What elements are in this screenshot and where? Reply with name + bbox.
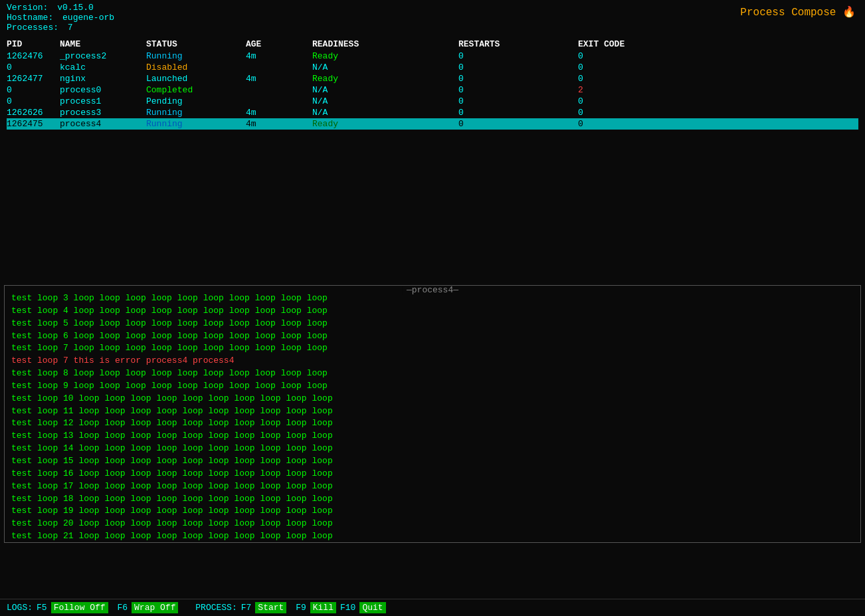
cell-name: process4 bbox=[60, 119, 146, 129]
table-row[interactable]: 0 process1 Pending N/A 0 0 bbox=[7, 96, 858, 107]
log-line: test loop 16 loop loop loop loop loop lo… bbox=[11, 468, 854, 480]
cell-name: process1 bbox=[60, 96, 146, 106]
cell-status: Running bbox=[146, 108, 246, 118]
cell-pid: 1262476 bbox=[7, 51, 60, 61]
table-row[interactable]: 0 kcalc Disabled N/A 0 0 bbox=[7, 62, 858, 73]
cell-age: 4m bbox=[246, 74, 312, 84]
cell-pid: 1262477 bbox=[7, 74, 60, 84]
log-line: test loop 7 loop loop loop loop loop loo… bbox=[11, 342, 854, 355]
hostname-line: Hostname: eugene-orb bbox=[7, 13, 858, 23]
cell-restarts: 0 bbox=[458, 85, 578, 95]
cell-name: nginx bbox=[60, 74, 146, 84]
f10-key: F10 bbox=[337, 602, 358, 613]
cell-exitcode: 0 bbox=[578, 51, 684, 61]
table-row[interactable]: 1262475 process4 Running 4m Ready 0 0 bbox=[7, 118, 858, 130]
table-header: PID NAME STATUS AGE READINESS RESTARTS E… bbox=[7, 38, 858, 51]
processes-label: Processes: bbox=[7, 23, 58, 33]
cell-exitcode: 0 bbox=[578, 74, 684, 84]
log-line: test loop 20 loop loop loop loop loop lo… bbox=[11, 518, 854, 530]
f5-key: F5 bbox=[34, 602, 50, 613]
cell-pid: 0 bbox=[7, 62, 60, 72]
cell-readiness: Ready bbox=[312, 119, 458, 129]
log-line: test loop 8 loop loop loop loop loop loo… bbox=[11, 367, 854, 380]
cell-exitcode: 2 bbox=[578, 85, 684, 95]
f10-label[interactable]: Quit bbox=[359, 602, 385, 613]
cell-restarts: 0 bbox=[458, 96, 578, 106]
cell-restarts: 0 bbox=[458, 62, 578, 72]
table-row[interactable]: 1262476 _process2 Running 4m Ready 0 0 bbox=[7, 51, 858, 62]
log-line: test loop 6 loop loop loop loop loop loo… bbox=[11, 330, 854, 343]
cell-status: Running bbox=[146, 51, 246, 61]
process-table: PID NAME STATUS AGE READINESS RESTARTS E… bbox=[0, 38, 865, 130]
cell-exitcode: 0 bbox=[578, 62, 684, 72]
cell-restarts: 0 bbox=[458, 51, 578, 61]
cell-pid: 0 bbox=[7, 96, 60, 106]
cell-age bbox=[246, 96, 312, 106]
cell-exitcode: 0 bbox=[578, 96, 684, 106]
log-line: test loop 10 loop loop loop loop loop lo… bbox=[11, 393, 854, 405]
log-line: test loop 18 loop loop loop loop loop lo… bbox=[11, 493, 854, 506]
cell-exitcode: 0 bbox=[578, 108, 684, 118]
empty-area bbox=[0, 130, 865, 282]
processes-value: 7 bbox=[68, 23, 73, 33]
f9-key: F9 bbox=[293, 602, 309, 613]
cell-readiness: N/A bbox=[312, 85, 458, 95]
log-line: test loop 5 loop loop loop loop loop loo… bbox=[11, 318, 854, 330]
cell-name: process3 bbox=[60, 108, 146, 118]
hostname-value: eugene-orb bbox=[62, 13, 114, 23]
cell-age bbox=[246, 85, 312, 95]
table-row[interactable]: 1262477 nginx Launched 4m Ready 0 0 bbox=[7, 73, 858, 84]
cell-age: 4m bbox=[246, 51, 312, 61]
cell-name: _process2 bbox=[60, 51, 146, 61]
log-content: test loop 3 loop loop loop loop loop loo… bbox=[5, 288, 860, 541]
version-line: Version: v0.15.0 bbox=[7, 3, 858, 13]
cell-status: Disabled bbox=[146, 62, 246, 72]
logs-label: LOGS: bbox=[7, 603, 33, 613]
log-line: test loop 19 loop loop loop loop loop lo… bbox=[11, 505, 854, 518]
cell-status: Launched bbox=[146, 74, 246, 84]
cell-name: process0 bbox=[60, 85, 146, 95]
table-row[interactable]: 0 process0 Completed N/A 0 2 bbox=[7, 84, 858, 96]
f7-label[interactable]: Start bbox=[255, 602, 286, 613]
cell-age bbox=[246, 62, 312, 72]
log-line: test loop 7 this is error process4 proce… bbox=[11, 355, 854, 367]
version-value: v0.15.0 bbox=[57, 3, 94, 13]
process-label: PROCESS: bbox=[195, 603, 237, 613]
f6-label[interactable]: Wrap Off bbox=[132, 602, 178, 613]
cell-readiness: N/A bbox=[312, 96, 458, 106]
table-body: 1262476 _process2 Running 4m Ready 0 0 0… bbox=[7, 51, 858, 130]
cell-age: 4m bbox=[246, 119, 312, 129]
log-line: test loop 15 loop loop loop loop loop lo… bbox=[11, 455, 854, 468]
col-status: STATUS bbox=[146, 39, 246, 49]
col-age: AGE bbox=[246, 39, 312, 49]
log-line: test loop 17 loop loop loop loop loop lo… bbox=[11, 480, 854, 493]
separator bbox=[185, 603, 190, 613]
log-line: test loop 14 loop loop loop loop loop lo… bbox=[11, 443, 854, 455]
cell-readiness: Ready bbox=[312, 51, 458, 61]
cell-restarts: 0 bbox=[458, 74, 578, 84]
cell-readiness: N/A bbox=[312, 62, 458, 72]
cell-pid: 1262475 bbox=[7, 119, 60, 129]
log-title: —process4— bbox=[403, 285, 462, 295]
log-line: test loop 12 loop loop loop loop loop lo… bbox=[11, 417, 854, 430]
f9-label[interactable]: Kill bbox=[310, 602, 336, 613]
app-title: Process Compose 🔥 bbox=[740, 5, 856, 19]
header: Version: v0.15.0 Hostname: eugene-orb Pr… bbox=[0, 0, 865, 35]
cell-readiness: Ready bbox=[312, 74, 458, 84]
col-restarts: RESTARTS bbox=[458, 39, 578, 49]
f6-key: F6 bbox=[114, 602, 130, 613]
f5-label[interactable]: Follow Off bbox=[51, 602, 108, 613]
cell-status: Completed bbox=[146, 85, 246, 95]
col-exitcode: EXIT CODE bbox=[578, 39, 684, 49]
cell-pid: 0 bbox=[7, 85, 60, 95]
cell-name: kcalc bbox=[60, 62, 146, 72]
log-line: test loop 9 loop loop loop loop loop loo… bbox=[11, 380, 854, 393]
cell-status: Running bbox=[146, 119, 246, 129]
log-line: test loop 4 loop loop loop loop loop loo… bbox=[11, 305, 854, 318]
bottom-bar: LOGS: F5 Follow Off F6 Wrap Off PROCESS:… bbox=[0, 599, 865, 616]
log-panel: —process4— test loop 3 loop loop loop lo… bbox=[4, 285, 861, 543]
log-line: test loop 13 loop loop loop loop loop lo… bbox=[11, 430, 854, 443]
cell-restarts: 0 bbox=[458, 108, 578, 118]
table-row[interactable]: 1262626 process3 Running 4m N/A 0 0 bbox=[7, 107, 858, 118]
version-label: Version: bbox=[7, 3, 48, 13]
